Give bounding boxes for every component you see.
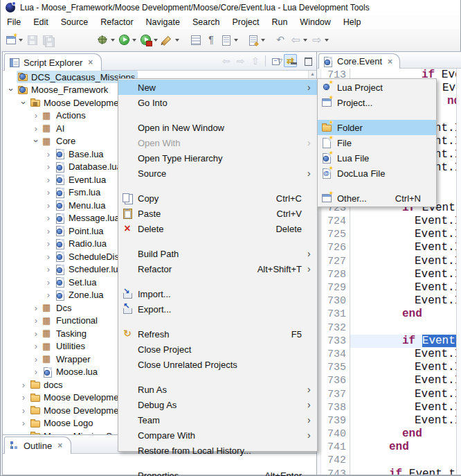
dropdown-arrow-icon[interactable] xyxy=(132,39,136,42)
code-line[interactable]: 741end xyxy=(321,441,457,454)
menu-edit[interactable]: Edit xyxy=(27,16,55,28)
dropdown-arrow-icon[interactable] xyxy=(234,39,238,42)
chevron-closed-icon[interactable]: › xyxy=(43,265,54,274)
menu-window[interactable]: Window xyxy=(293,16,336,28)
chevron-open-icon[interactable]: › xyxy=(32,136,41,147)
new-submenu-item-doclua-file[interactable]: @★DocLua File xyxy=(318,166,436,181)
forward-button[interactable]: ⇨ xyxy=(310,32,330,49)
next-annotation-button[interactable] xyxy=(219,32,239,49)
dropdown-arrow-icon[interactable] xyxy=(325,39,329,42)
code-line[interactable]: 734Event.I xyxy=(321,348,457,361)
new-submenu-item-project[interactable]: ★Project... xyxy=(318,95,436,110)
chevron-closed-icon[interactable]: › xyxy=(43,150,54,159)
tree-item-content[interactable]: Moose_Framework xyxy=(17,84,111,96)
chevron-closed-icon[interactable]: › xyxy=(30,329,42,338)
tree-item-content[interactable]: Zone.lua xyxy=(54,289,107,301)
context-menu-item-import[interactable]: ↘Import... xyxy=(118,286,317,301)
last-edit-location-button[interactable]: ↶ xyxy=(273,32,287,49)
menu-refactor[interactable]: Refactor xyxy=(94,16,139,28)
overview-ruler[interactable] xyxy=(456,69,461,475)
external-tools-brush-button[interactable] xyxy=(161,32,181,49)
chevron-closed-icon[interactable]: › xyxy=(30,355,42,364)
dropdown-arrow-icon[interactable] xyxy=(261,39,265,42)
close-tab-icon[interactable]: × xyxy=(88,58,93,67)
chevron-closed-icon[interactable]: › xyxy=(43,290,54,299)
code-line[interactable]: 742 xyxy=(321,454,457,467)
dropdown-arrow-icon[interactable] xyxy=(111,39,115,42)
prev-annotation-button[interactable] xyxy=(246,32,266,49)
show-whitespace-button[interactable]: ¶ xyxy=(204,32,218,49)
context-menu-item-open-type-hierarchy[interactable]: Open Type Hierarchy xyxy=(118,150,317,166)
tab-outline[interactable]: Outline × xyxy=(4,437,71,454)
chevron-closed-icon[interactable]: › xyxy=(18,393,29,402)
chevron-closed-icon[interactable]: › xyxy=(30,111,42,120)
chevron-closed-icon[interactable]: › xyxy=(43,252,54,261)
context-menu-item-delete[interactable]: ×DeleteDelete xyxy=(118,221,317,236)
menu-run[interactable]: Run xyxy=(265,16,293,28)
menu-source[interactable]: Source xyxy=(55,16,95,28)
new-submenu-item-file[interactable]: ★File xyxy=(318,135,436,150)
tree-item-content[interactable]: Point.lua xyxy=(54,224,107,237)
tree-item-content[interactable]: ▦Wrapper xyxy=(42,353,93,365)
view-menu-button[interactable]: ▽ xyxy=(273,54,287,67)
menu-navigate[interactable]: Navigate xyxy=(140,16,186,28)
tree-item-content[interactable]: Menu.lua xyxy=(54,199,108,211)
code-line[interactable]: 729Event.I xyxy=(321,281,457,294)
chevron-open-icon[interactable]: › xyxy=(19,97,28,108)
tree-item-content[interactable]: ▦Functional xyxy=(42,315,100,327)
chevron-closed-icon[interactable]: › xyxy=(43,227,54,236)
context-menu-item-source[interactable]: Source› xyxy=(118,166,317,181)
context-menu-item-refactor[interactable]: RefactorAlt+Shift+T› xyxy=(118,261,317,276)
chevron-closed-icon[interactable]: › xyxy=(18,418,29,427)
tree-item-content[interactable]: Database.lua xyxy=(54,161,125,173)
tree-item-content[interactable]: Moose.lua xyxy=(42,366,100,378)
tree-item-content[interactable]: ▦Dcs xyxy=(42,301,74,314)
code-line[interactable]: 732 xyxy=(321,321,457,335)
context-menu-item-go-into[interactable]: Go Into xyxy=(118,95,317,110)
minimize-button[interactable] xyxy=(287,54,300,67)
chevron-closed-icon[interactable]: › xyxy=(30,124,42,133)
code-line[interactable]: 735Event.I xyxy=(321,361,457,374)
tree-item-content[interactable]: ▦Actions xyxy=(42,109,89,122)
new-wizard-button[interactable]: ★ xyxy=(4,32,24,49)
tab-core-event[interactable]: Core.Event × xyxy=(318,53,400,69)
chevron-closed-icon[interactable]: › xyxy=(30,367,42,376)
chevron-closed-icon[interactable]: › xyxy=(43,162,54,171)
chevron-open-icon[interactable]: › xyxy=(7,85,16,96)
tree-item-content[interactable]: Scheduler.lua xyxy=(54,263,126,276)
chevron-closed-icon[interactable]: › xyxy=(18,380,29,389)
run-coverage-button[interactable] xyxy=(139,32,159,49)
tree-item-content[interactable]: Moose Development xyxy=(29,391,129,404)
context-menu-item-close-project[interactable]: Close Project xyxy=(118,342,317,357)
dropdown-arrow-icon[interactable] xyxy=(303,39,307,42)
menu-file[interactable]: File xyxy=(1,16,27,28)
tree-item-content[interactable]: Message.lua xyxy=(54,212,123,224)
tree-item-content[interactable]: ▦Utilities xyxy=(42,340,88,353)
context-menu-item-open-with[interactable]: Open With› xyxy=(118,135,317,150)
chevron-closed-icon[interactable]: › xyxy=(43,239,54,248)
code-line[interactable]: 738Event.I xyxy=(321,401,457,414)
context-menu-item-refresh[interactable]: ↻RefreshF5 xyxy=(118,326,317,342)
view-back-button[interactable]: ⇦ xyxy=(219,54,233,67)
context-menu-item-debug-as[interactable]: Debug As› xyxy=(118,397,317,412)
code-line[interactable]: 743if Event.ta xyxy=(321,468,457,475)
chevron-closed-icon[interactable]: › xyxy=(43,188,54,197)
tab-script-explorer[interactable]: Script Explorer × xyxy=(4,53,102,71)
chevron-closed-icon[interactable]: › xyxy=(30,303,42,312)
save-button[interactable] xyxy=(26,32,39,49)
dropdown-arrow-icon[interactable] xyxy=(19,39,23,42)
context-menu-item-new[interactable]: New› xyxy=(118,80,317,95)
mark-occurrences-button[interactable] xyxy=(189,32,203,49)
maximize-button[interactable] xyxy=(301,54,314,67)
chevron-closed-icon[interactable]: › xyxy=(43,278,54,287)
context-menu-item-paste[interactable]: PasteCtrl+V xyxy=(118,206,317,221)
code-line[interactable]: 740end xyxy=(321,427,457,441)
tree-item-content[interactable]: Event.lua xyxy=(54,173,109,186)
context-menu-item-copy[interactable]: CopyCtrl+C xyxy=(118,191,317,206)
chevron-closed-icon[interactable]: › xyxy=(43,201,54,210)
context-menu-item-restore-from-local-history[interactable]: Restore from Local History... xyxy=(118,443,317,458)
new-submenu-item-lua-project[interactable]: ★Lua Project xyxy=(318,80,436,95)
tree-item-content[interactable]: Moose Logo xyxy=(29,417,96,430)
tree-item-content[interactable]: Fsm.lua xyxy=(54,186,103,199)
context-menu-item-team[interactable]: Team› xyxy=(118,412,317,427)
